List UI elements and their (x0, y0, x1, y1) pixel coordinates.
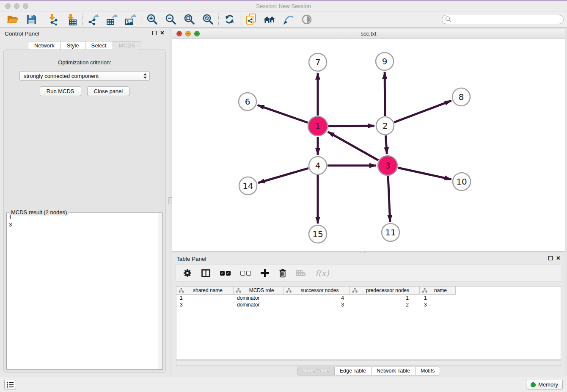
graph-edge-3-1[interactable] (328, 132, 379, 160)
hierarchy-icon (179, 288, 184, 293)
tab-network-table[interactable]: Network Table (372, 367, 416, 375)
table-row[interactable]: 1dominator411 (176, 295, 561, 301)
graph-node-15[interactable]: 15 (309, 225, 327, 243)
hierarchy-icon (286, 288, 292, 293)
svg-text:8: 8 (459, 92, 464, 102)
criterion-selected-value: strongly connected component (24, 73, 99, 79)
tab-select[interactable]: Select (85, 41, 113, 50)
graph-edge-1-6[interactable] (258, 105, 308, 123)
table-toolbar: ✓✓ (175, 265, 562, 282)
graph-edge-2-8[interactable] (394, 101, 451, 122)
result-scrollbar[interactable] (158, 213, 162, 369)
graph-node-2[interactable]: 2 (376, 117, 394, 135)
close-panel-button[interactable]: Close panel (87, 86, 130, 96)
delete-column-icon[interactable] (279, 269, 286, 278)
svg-text:14: 14 (242, 181, 253, 191)
export-image-icon[interactable] (121, 12, 140, 26)
close-panel-icon[interactable]: × (160, 30, 164, 36)
select-all-rows-icon[interactable]: ✓✓ (220, 271, 231, 276)
split-panel-icon[interactable] (201, 269, 210, 277)
add-column-icon[interactable] (261, 269, 269, 277)
column-header-shared-name[interactable]: shared name (176, 287, 234, 294)
table-cell[interactable]: dominator (234, 295, 284, 301)
table-cell[interactable]: 3 (176, 302, 234, 308)
graph-node-14[interactable]: 14 (239, 177, 257, 195)
graph-node-9[interactable]: 9 (376, 52, 394, 70)
network-minimize-icon[interactable]: − (185, 31, 191, 36)
graph-edge-4-14[interactable] (258, 168, 308, 183)
graph-node-3[interactable]: 3 (378, 156, 397, 175)
memory-status-icon (531, 382, 536, 387)
column-header-name[interactable]: name (420, 287, 456, 294)
tab-node-table[interactable]: Node Table (297, 367, 335, 375)
minimize-window-icon[interactable] (14, 3, 19, 9)
export-table-icon[interactable] (102, 12, 121, 26)
graph-node-4[interactable]: 4 (309, 157, 327, 174)
tab-motifs[interactable]: Motifs (416, 367, 440, 375)
export-network-icon[interactable] (84, 12, 102, 26)
open-session-icon[interactable] (3, 12, 22, 26)
search-input[interactable] (442, 15, 564, 24)
deselect-all-rows-icon[interactable] (240, 271, 251, 276)
graph-edge-3-11[interactable] (388, 176, 390, 222)
network-maximize-icon[interactable]: + (194, 31, 200, 36)
zoom-in-icon[interactable] (143, 12, 161, 26)
float-table-panel-icon[interactable] (548, 256, 553, 260)
graph-node-10[interactable]: 10 (453, 173, 471, 190)
tab-mcds[interactable]: MCDS (113, 41, 141, 50)
graph-edge-1-2[interactable] (328, 126, 374, 126)
graph-node-1[interactable]: 1 (308, 116, 328, 136)
column-header-MCDS-role[interactable]: MCDS role (234, 287, 284, 294)
tab-edge-table[interactable]: Edge Table (335, 367, 372, 375)
import-table-from-file-icon[interactable] (62, 12, 81, 26)
column-header-predecessor-nodes[interactable]: predecessor nodes (350, 287, 420, 294)
table-settings-icon[interactable] (183, 269, 192, 277)
network-graph[interactable]: 1234678910111415 (172, 39, 565, 251)
criterion-select[interactable]: strongly connected component (19, 71, 150, 81)
table-cell[interactable]: 1 (176, 295, 234, 301)
memory-label: Memory (538, 381, 558, 388)
select-stepper-icon (143, 73, 147, 79)
graph-node-11[interactable]: 11 (382, 224, 399, 241)
style-brush-icon[interactable] (279, 12, 297, 26)
zoom-out-icon[interactable] (161, 12, 180, 26)
graph-node-6[interactable]: 6 (239, 93, 256, 110)
table-header-row: shared nameMCDS rolesuccessor nodesprede… (176, 287, 456, 295)
table-cell[interactable]: 1 (420, 295, 456, 301)
graph-node-8[interactable]: 8 (452, 88, 470, 106)
network-close-icon[interactable]: × (176, 31, 182, 36)
zoom-selected-region-icon[interactable] (198, 12, 217, 26)
table-scrollbar[interactable] (176, 360, 561, 366)
zoom-fit-content-icon[interactable] (180, 12, 198, 26)
mcds-result-group: MCDS result (2 nodes) 13 (6, 209, 163, 370)
tab-style[interactable]: Style (61, 41, 85, 50)
graph-edge-2-9[interactable] (385, 72, 385, 116)
refresh-view-icon[interactable] (220, 12, 239, 26)
run-mcds-button[interactable]: Run MCDS (40, 86, 81, 96)
close-table-panel-icon[interactable]: × (556, 255, 560, 261)
table-cell[interactable]: 2 (350, 302, 420, 308)
mcds-result-textarea[interactable]: 13 (6, 213, 163, 370)
graph-edge-2-3[interactable] (385, 135, 387, 154)
table-row[interactable]: 3dominator323 (176, 301, 561, 308)
column-header-successor-nodes[interactable]: successor nodes (284, 287, 350, 294)
table-cell[interactable]: 3 (284, 302, 350, 308)
graph-edge-3-10[interactable] (398, 168, 451, 179)
clone-network-icon[interactable] (242, 12, 260, 26)
table-cell[interactable]: dominator (234, 302, 284, 308)
show-graphics-details-icon[interactable] (297, 12, 316, 26)
import-network-from-file-icon[interactable] (44, 12, 62, 26)
close-window-icon[interactable] (5, 3, 11, 9)
control-panel: Control Panel × Network Style Select MCD… (0, 28, 169, 376)
zoom-window-icon[interactable] (23, 3, 28, 9)
memory-button[interactable]: Memory (526, 380, 563, 389)
float-panel-icon[interactable] (152, 31, 157, 35)
save-session-icon[interactable] (22, 12, 41, 26)
table-cell[interactable]: 4 (284, 295, 350, 301)
task-history-icon[interactable] (4, 380, 16, 389)
graph-node-7[interactable]: 7 (309, 53, 327, 71)
network-overview-icon[interactable] (260, 12, 279, 26)
table-cell[interactable]: 1 (350, 295, 420, 301)
table-cell[interactable]: 3 (420, 302, 456, 308)
tab-network[interactable]: Network (28, 41, 61, 50)
